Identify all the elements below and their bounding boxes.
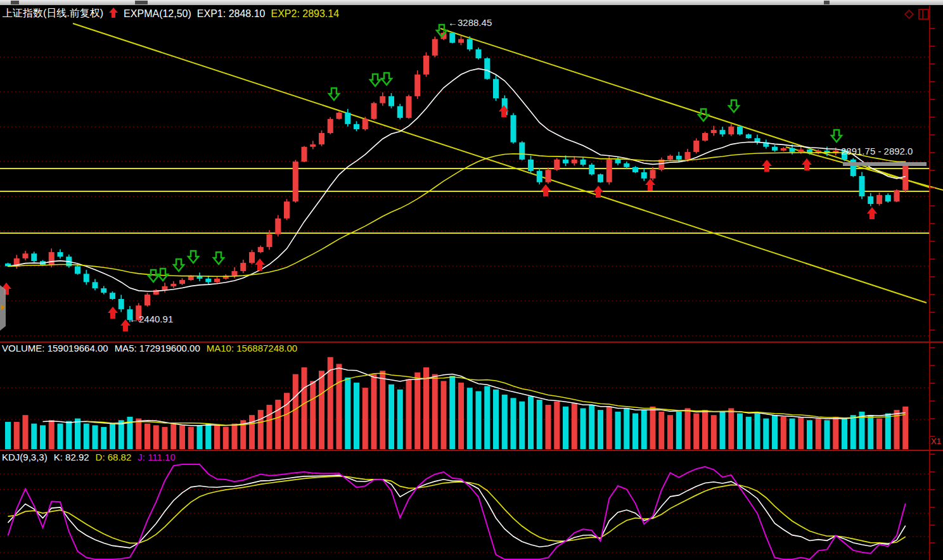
titlebar-notch	[824, 1, 830, 4]
chart-canvas[interactable]	[0, 0, 943, 560]
sell-signal-arrow	[188, 251, 198, 263]
exp1-value: EXP1: 2848.10	[197, 8, 266, 20]
kdj-d-value: D: 68.82	[96, 452, 132, 462]
sell-signal-arrow	[148, 270, 158, 282]
buy-signal-arrow	[593, 186, 603, 198]
exp2-value: EXP2: 2893.14	[271, 8, 339, 20]
kdj-k-value: K: 82.92	[54, 452, 89, 462]
volume-value: VOLUME: 159019664.00	[2, 343, 108, 353]
buy-signal-arrow	[645, 179, 655, 191]
peak-price-label: ←3288.45	[448, 17, 492, 28]
volume-pane-header: VOLUME: 159019664.00 MA5: 172919600.00 M…	[2, 343, 297, 353]
chart-header: 上证指数(日线.前复权) EXPMA(12,50) EXP1: 2848.10 …	[3, 7, 339, 20]
kdj-label: KDJ(9,3,3)	[2, 452, 48, 462]
sell-signal-arrow	[370, 74, 380, 86]
sell-signal-arrow	[329, 88, 339, 100]
titlebar-notch	[11, 1, 19, 4]
volume-ma10-value: MA10: 156887248.00	[207, 343, 297, 353]
kdj-pane-header: KDJ(9,3,3) K: 82.92 D: 68.82 J: 111.10	[2, 452, 176, 462]
indicator-label: EXPMA(12,50)	[124, 8, 191, 20]
buy-signal-arrow	[867, 207, 877, 219]
titlebar-notch	[135, 1, 148, 4]
sell-signal-arrow	[698, 109, 709, 121]
buy-signal-arrow	[108, 307, 118, 319]
volume-ma5-value: MA5: 172919600.00	[115, 343, 200, 353]
diamond-icon[interactable]	[902, 8, 915, 23]
sell-signal-arrow	[729, 100, 739, 112]
sell-signal-arrow	[382, 73, 392, 85]
side-panel-handle[interactable]	[0, 285, 6, 331]
window-top-strip	[0, 0, 943, 5]
kdj-j-value: J: 111.10	[138, 452, 176, 462]
split-window-icon[interactable]	[918, 8, 930, 23]
instrument-title: 上证指数(日线.前复权)	[3, 7, 103, 20]
sell-signal-arrow	[158, 269, 168, 281]
buy-signal-arrow	[762, 160, 772, 172]
sell-signal-arrow	[174, 259, 184, 271]
low-price-label: ←2440.91	[129, 314, 173, 324]
sell-signal-arrow	[214, 252, 224, 264]
trading-app-window: 上证指数(日线.前复权) EXPMA(12,50) EXP1: 2848.10 …	[0, 0, 943, 560]
volume-multiplier-label: X1	[931, 436, 941, 446]
current-price-label: 2891.75 - 2892.0	[841, 146, 913, 156]
buy-signal-arrow	[255, 258, 265, 270]
expand-arrow-icon	[1, 304, 5, 310]
up-arrow-icon	[109, 7, 118, 20]
sell-signal-arrow	[831, 130, 842, 142]
buy-signal-arrow	[541, 184, 551, 196]
